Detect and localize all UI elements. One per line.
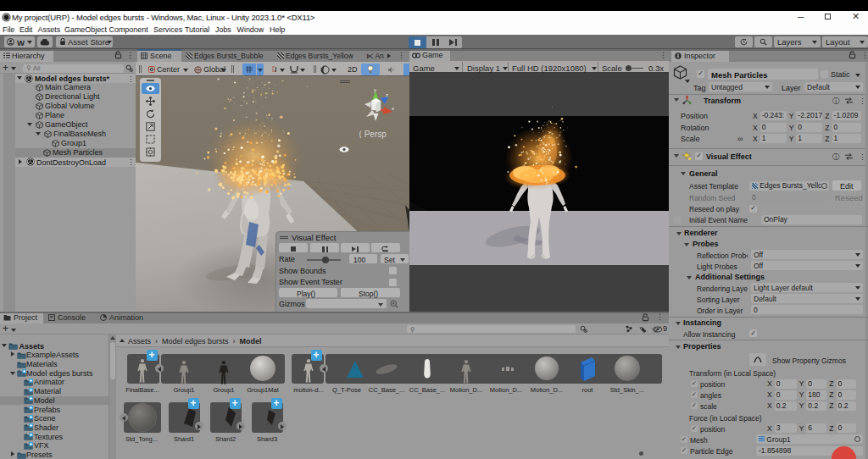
svg-text:z: z <box>386 92 388 97</box>
svg-text:x: x <box>392 106 394 111</box>
svg-text:y: y <box>374 87 376 92</box>
